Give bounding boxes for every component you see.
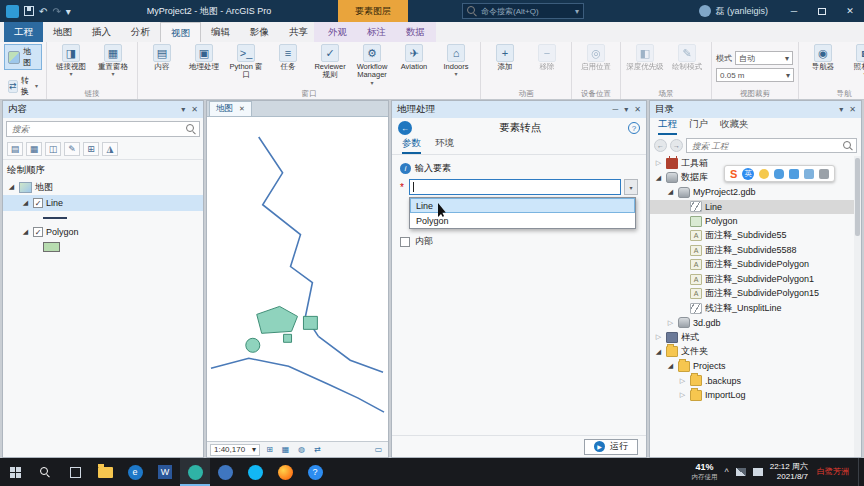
ribbon-button-navigator[interactable]: ◉导航器 <box>803 44 843 71</box>
panel-close-icon[interactable] <box>634 105 641 114</box>
ribbon-button-indoors[interactable]: ⌂Indoors <box>436 44 476 76</box>
catalog-item-3dgdb[interactable]: 3d.gdb <box>650 316 861 331</box>
tab-view[interactable]: 视图 <box>160 22 201 42</box>
ribbon-button-aviation[interactable]: ✈Aviation <box>394 44 434 71</box>
undo-icon[interactable] <box>39 6 47 17</box>
tab-catalog-portal[interactable]: 门户 <box>689 118 708 135</box>
clip-gap-stepper[interactable]: 0.05 m <box>716 68 794 82</box>
catalog-item-annotation[interactable]: 面注释_SubdividePolygon15 <box>650 287 861 302</box>
layer-item-polygon[interactable]: Polygon <box>3 224 203 240</box>
tab-labeling[interactable]: 标注 <box>357 22 396 42</box>
expander-icon[interactable] <box>666 319 675 327</box>
input-mode-icon[interactable]: 英 <box>742 168 754 180</box>
scrollbar-thumb[interactable] <box>855 158 860 236</box>
ribbon-button-camera[interactable]: ◙照相机 <box>845 44 864 76</box>
expander-icon[interactable] <box>654 174 663 182</box>
ribbon-button-reset-panes[interactable]: ▦重置窗格 <box>93 44 133 76</box>
quick-access-menu-icon[interactable] <box>66 6 71 17</box>
expander-icon[interactable] <box>678 377 687 385</box>
selection-icon[interactable]: ⊞ <box>263 444 276 456</box>
tab-parameters[interactable]: 参数 <box>402 137 421 154</box>
close-button[interactable] <box>836 0 864 22</box>
line-symbol-row[interactable] <box>3 211 203 224</box>
panel-close-icon[interactable] <box>849 105 856 114</box>
qq-icon[interactable] <box>240 458 270 486</box>
command-search[interactable]: 命令搜索(Alt+Q) <box>462 3 584 19</box>
arcmap-icon[interactable] <box>210 458 240 486</box>
memory-widget[interactable]: 41% 内存使用 <box>692 463 718 480</box>
map-view-tab[interactable]: 地图 <box>209 101 252 116</box>
catalog-item-folders[interactable]: 文件夹 <box>650 345 861 360</box>
expander-icon[interactable] <box>666 188 675 196</box>
catalog-item-projects[interactable]: Projects <box>650 359 861 374</box>
scrollbar[interactable] <box>854 156 861 457</box>
catalog-item-backups[interactable]: .backups <box>650 374 861 389</box>
volume-icon[interactable] <box>753 468 763 476</box>
catalog-search-input[interactable] <box>690 140 843 152</box>
catalog-item-line[interactable]: Line <box>650 200 861 215</box>
ribbon-button-add-animation[interactable]: +添加 <box>485 44 525 71</box>
tab-catalog-project[interactable]: 工程 <box>658 118 677 135</box>
contextual-tab-group-header[interactable]: 要素图层 <box>338 0 408 22</box>
clock[interactable]: 22:12 周六 2021/8/7 <box>770 462 808 482</box>
input-features-combobox[interactable] <box>409 179 621 195</box>
tab-edit[interactable]: 编辑 <box>201 22 240 42</box>
tab-project[interactable]: 工程 <box>4 22 43 42</box>
tab-insert[interactable]: 插入 <box>82 22 121 42</box>
catalog-item-annotation[interactable]: 面注释_SubdividePolygon1 <box>650 272 861 287</box>
polygon-symbol-row[interactable] <box>3 240 203 253</box>
tab-map[interactable]: 地图 <box>43 22 82 42</box>
expander-icon[interactable] <box>21 199 30 207</box>
edge-icon[interactable]: e <box>120 458 150 486</box>
tab-share[interactable]: 共享 <box>279 22 318 42</box>
contents-search-input[interactable] <box>10 123 186 135</box>
tab-imagery[interactable]: 影像 <box>240 22 279 42</box>
ribbon-button-contents[interactable]: ▤内容 <box>142 44 182 71</box>
link-icon[interactable]: ⇄ <box>311 444 324 456</box>
tab-data[interactable]: 数据 <box>396 22 435 42</box>
layer-tree-map-node[interactable]: 地图 <box>3 179 203 195</box>
network-icon[interactable] <box>736 468 746 476</box>
expander-icon[interactable] <box>21 228 30 236</box>
list-by-data-source-icon[interactable]: ▦ <box>26 142 42 156</box>
message-icon[interactable]: ▭ <box>372 444 385 456</box>
clip-mode-dropdown[interactable]: 自动 <box>735 51 793 65</box>
file-explorer-icon[interactable] <box>90 458 120 486</box>
ribbon-button-map-view[interactable]: 地图 <box>4 44 42 70</box>
tab-analysis[interactable]: 分析 <box>121 22 160 42</box>
layer-item-line[interactable]: Line <box>3 195 203 211</box>
scale-dropdown[interactable]: 1:40,170 <box>210 444 260 456</box>
expander-icon[interactable] <box>678 391 687 399</box>
layer-visibility-checkbox[interactable] <box>33 198 43 208</box>
ribbon-button-tasks[interactable]: ≡任务 <box>268 44 308 71</box>
ribbon-button-workflow-manager[interactable]: ⚙Workflow Manager <box>352 44 392 85</box>
info-icon[interactable]: i <box>400 163 411 174</box>
help-icon[interactable]: ? <box>300 458 330 486</box>
maximize-button[interactable] <box>808 0 836 22</box>
catalog-item-importlog[interactable]: ImportLog <box>650 388 861 403</box>
toolbox-icon[interactable] <box>804 169 814 179</box>
list-by-selection-icon[interactable]: ◫ <box>45 142 61 156</box>
ribbon-button-python-window[interactable]: >_Python 窗口 <box>226 44 266 80</box>
expander-icon[interactable] <box>666 362 675 370</box>
expander-icon[interactable] <box>654 348 663 356</box>
ribbon-button-convert[interactable]: ⇄转换 <box>4 73 42 99</box>
ribbon-button-link-views[interactable]: ◨链接视图 <box>51 44 91 76</box>
map-canvas[interactable] <box>207 116 388 441</box>
task-view-icon[interactable] <box>60 458 90 486</box>
tab-catalog-favorites[interactable]: 收藏夹 <box>720 118 749 135</box>
tray-expand-icon[interactable]: ^ <box>725 467 729 477</box>
expander-icon[interactable] <box>654 159 663 167</box>
tab-environments[interactable]: 环境 <box>435 137 454 154</box>
combobox-dropdown-icon[interactable] <box>624 179 638 195</box>
list-by-snapping-icon[interactable]: ⊞ <box>83 142 99 156</box>
run-button[interactable]: 运行 <box>584 439 638 455</box>
panel-menu-icon[interactable] <box>839 105 843 114</box>
dropdown-option-polygon[interactable]: Polygon <box>410 213 635 228</box>
layer-visibility-checkbox[interactable] <box>33 227 43 237</box>
inside-checkbox[interactable] <box>400 237 410 247</box>
panel-menu-icon[interactable] <box>624 105 628 114</box>
tab-appearance[interactable]: 外观 <box>318 22 357 42</box>
keyboard-icon[interactable] <box>789 169 799 179</box>
back-icon[interactable] <box>398 121 412 135</box>
